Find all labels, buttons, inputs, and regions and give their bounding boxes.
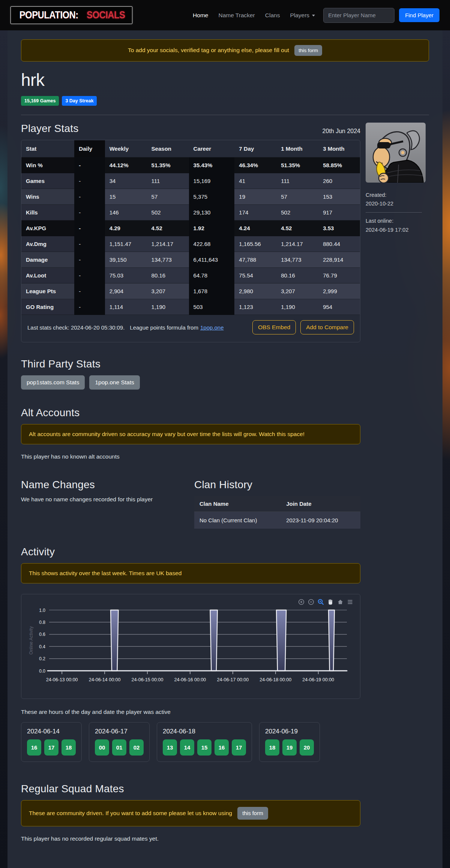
stat-value: 111 bbox=[276, 173, 318, 189]
day-date: 2024-06-17 bbox=[95, 728, 144, 735]
stat-name: Wins bbox=[21, 189, 74, 205]
content-panel: To add your socials, verified tag or any… bbox=[8, 30, 442, 868]
add-to-compare-button[interactable]: Add to Compare bbox=[300, 320, 354, 334]
stat-value: 4.52 bbox=[147, 220, 189, 236]
obs-embed-button[interactable]: OBS Embed bbox=[252, 320, 296, 334]
stat-value: 19 bbox=[234, 189, 276, 205]
formula-link[interactable]: 1pop.one bbox=[200, 324, 224, 331]
stat-name: Kills bbox=[21, 205, 74, 220]
divider bbox=[21, 115, 429, 115]
stats-col-career: Career bbox=[189, 140, 235, 157]
stat-value: 1,190 bbox=[276, 299, 318, 315]
hours-caption: These are hours of the day and date the … bbox=[21, 709, 360, 715]
pan-icon[interactable] bbox=[327, 599, 334, 605]
socials-alert: To add your socials, verified tag or any… bbox=[21, 39, 429, 61]
activity-chart[interactable]: 0.00.20.40.60.81.024-06-13 00:0024-06-14… bbox=[27, 600, 354, 694]
stat-value: 76.79 bbox=[318, 268, 360, 283]
stat-value: 1,190 bbox=[147, 299, 189, 315]
alt-accounts-alert: Alt accounts are community driven so acc… bbox=[21, 424, 360, 444]
third-party-buttons: pop1stats.com Stats1pop.one Stats bbox=[21, 375, 360, 390]
name-changes-empty: We have no name changes recorded for thi… bbox=[21, 496, 187, 503]
clan-cell: 2023-11-09 20:04:20 bbox=[281, 512, 360, 529]
stat-value: 57 bbox=[147, 189, 189, 205]
player-badge-3-day-streak: 3 Day Streak bbox=[62, 96, 97, 106]
stats-col-weekly: Weekly bbox=[105, 140, 147, 157]
page-background: To add your socials, verified tag or any… bbox=[0, 30, 450, 868]
box-zoom-icon[interactable] bbox=[318, 599, 324, 605]
stat-value: 2,980 bbox=[234, 283, 276, 299]
nav-link-clans[interactable]: Clans bbox=[265, 12, 280, 19]
zoom-in-icon[interactable] bbox=[298, 599, 304, 605]
stats-row-kills: Kills-14650229,130174502917 bbox=[21, 205, 360, 220]
nav-link-home[interactable]: Home bbox=[193, 12, 208, 19]
svg-text:0.8: 0.8 bbox=[39, 620, 45, 625]
stat-name: Av.Loot bbox=[21, 268, 74, 283]
squad-mates-alert-text: These are community driven. If you want … bbox=[29, 810, 232, 816]
brand-logo[interactable]: POPULATION:SOCIALS bbox=[10, 6, 132, 24]
hour-badges: 1314151617 bbox=[163, 739, 246, 756]
stat-name: Av.KPG bbox=[21, 220, 74, 236]
active-days: 2024-06-141617182024-06-170001022024-06-… bbox=[21, 722, 360, 762]
stat-name: Win % bbox=[21, 157, 74, 173]
svg-text:24-06-13 00:00: 24-06-13 00:00 bbox=[46, 677, 78, 682]
stats-row-av-kpg: Av.KPG-4.294.521.924.244.523.53 bbox=[21, 220, 360, 236]
chevron-down-icon bbox=[312, 15, 315, 16]
1pop-one-stats-button[interactable]: 1pop.one Stats bbox=[89, 375, 140, 390]
svg-text:24-06-17 00:00: 24-06-17 00:00 bbox=[217, 677, 249, 682]
last-online-value: 2024-06-19 17:02 bbox=[366, 226, 429, 234]
stats-col-1-month: 1 Month bbox=[276, 140, 318, 157]
nav-link-players[interactable]: Players bbox=[290, 12, 315, 19]
stat-value: 111 bbox=[147, 173, 189, 189]
stats-row-go-rating: GO Rating-1,1141,1905031,1231,190954 bbox=[21, 299, 360, 315]
stat-value: 954 bbox=[318, 299, 360, 315]
socials-alert-text: To add your socials, verified tag or any… bbox=[128, 47, 289, 53]
hour-badge-14: 14 bbox=[180, 739, 194, 756]
hour-badges: 161718 bbox=[27, 739, 76, 756]
clan-row: No Clan (Current Clan)2023-11-09 20:04:2… bbox=[194, 512, 360, 529]
svg-text:24-06-18 00:00: 24-06-18 00:00 bbox=[260, 677, 291, 682]
stat-value: 57 bbox=[276, 189, 318, 205]
stats-card-footer: Last stats check: 2024-06-20 05:30:09. L… bbox=[21, 315, 360, 342]
day-card-2024-06-17: 2024-06-17000102 bbox=[89, 722, 150, 762]
zoom-out-icon[interactable] bbox=[308, 599, 314, 605]
pop1stats-com-stats-button[interactable]: pop1stats.com Stats bbox=[21, 375, 85, 390]
player-stats-heading: Player Stats bbox=[21, 123, 78, 135]
player-badges: 15,169 Games3 Day Streak bbox=[21, 96, 429, 106]
stat-value: 39,150 bbox=[105, 252, 147, 268]
hour-badge-18: 18 bbox=[62, 739, 76, 756]
stat-value: 80.16 bbox=[276, 268, 318, 283]
clan-cell: No Clan (Current Clan) bbox=[194, 512, 281, 529]
stat-value: 44.12% bbox=[105, 157, 147, 173]
stats-row-league-pts: League Pts-2,9043,2071,6782,9803,2072,99… bbox=[21, 283, 360, 299]
stat-value: 146 bbox=[105, 205, 147, 220]
stat-value: 260 bbox=[318, 173, 360, 189]
player-avatar bbox=[366, 123, 426, 183]
day-card-2024-06-19: 2024-06-19181920 bbox=[259, 722, 320, 762]
stat-value: 35.43% bbox=[189, 157, 235, 173]
nav-link-name-tracker[interactable]: Name Tracker bbox=[218, 12, 255, 19]
stats-col-3-month: 3 Month bbox=[318, 140, 360, 157]
stat-value: - bbox=[74, 236, 105, 252]
squad-mates-heading: Regular Squad Mates bbox=[21, 783, 360, 795]
svg-text:0.2: 0.2 bbox=[39, 656, 45, 661]
stat-value: 1.92 bbox=[189, 220, 235, 236]
alt-accounts-heading: Alt Accounts bbox=[21, 407, 360, 419]
stat-value: 1,678 bbox=[189, 283, 235, 299]
stat-value: 1,214.17 bbox=[147, 236, 189, 252]
menu-icon[interactable] bbox=[347, 599, 353, 605]
home-icon[interactable] bbox=[337, 599, 344, 605]
stat-value: 1,123 bbox=[234, 299, 276, 315]
socials-form-button[interactable]: this form bbox=[294, 45, 322, 56]
hour-badge-13: 13 bbox=[163, 739, 177, 756]
player-search-input[interactable] bbox=[323, 8, 394, 23]
find-player-button[interactable]: Find Player bbox=[399, 8, 440, 22]
stat-value: 3,207 bbox=[276, 283, 318, 299]
stat-value: 15,169 bbox=[189, 173, 235, 189]
stat-value: 3.53 bbox=[318, 220, 360, 236]
stats-action-buttons: OBS EmbedAdd to Compare bbox=[248, 320, 354, 334]
stat-value: 1,165.56 bbox=[234, 236, 276, 252]
squad-form-button[interactable]: this form bbox=[237, 807, 268, 820]
stats-col-stat: Stat bbox=[21, 140, 74, 157]
day-card-2024-06-18: 2024-06-181314151617 bbox=[157, 722, 252, 762]
day-date: 2024-06-18 bbox=[163, 728, 246, 735]
